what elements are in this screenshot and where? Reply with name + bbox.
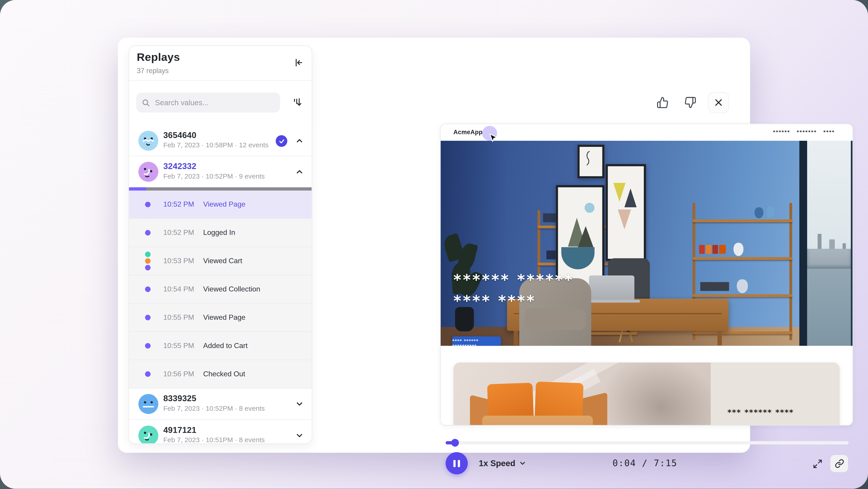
playback-scrubber[interactable] — [445, 441, 848, 444]
chevron-up-icon[interactable] — [295, 136, 304, 145]
session-row-3654640[interactable]: 3654640 Feb 7, 2023 · 10:58PM · 12 event… — [129, 126, 312, 156]
chevron-down-icon — [519, 459, 526, 467]
product-masked-text: *** ****** **** — [727, 408, 794, 416]
screen: Replays 37 replays — [0, 0, 868, 489]
session-id: 8339325 — [163, 394, 196, 403]
replayed-hero-image: ****** ********** **** **** ****** *****… — [440, 141, 853, 346]
event-row[interactable]: 10:53 PM Viewed Cart — [129, 247, 312, 276]
event-label: Viewed Collection — [203, 285, 260, 293]
event-time: 10:53 PM — [163, 257, 194, 265]
replay-viewport: AcmeApp ****** ******* **** — [440, 123, 853, 426]
sidebar-header: Replays 37 replays — [129, 46, 312, 81]
event-dot-group — [145, 304, 151, 331]
speed-label: 1x Speed — [479, 458, 515, 468]
time-separator: / — [642, 458, 648, 468]
event-row[interactable]: 10:52 PM Logged In — [129, 219, 312, 247]
thumbs-down-button[interactable] — [680, 92, 700, 112]
event-row[interactable]: 10:54 PM Viewed Collection — [129, 276, 312, 304]
copy-link-button[interactable] — [830, 455, 848, 472]
avatar — [138, 162, 158, 182]
pause-button[interactable] — [445, 452, 468, 474]
session-meta: Feb 7, 2023 · 10:52PM · 8 events — [163, 405, 265, 412]
face-icon — [138, 426, 158, 444]
time-current: 0:04 — [613, 458, 636, 468]
session-load-progress — [129, 188, 312, 191]
time-display: 0:04 / 7:15 — [572, 458, 718, 468]
search-input[interactable] — [154, 98, 267, 107]
session-row-8339325[interactable]: 8339325 Feb 7, 2023 · 10:52PM · 8 events — [129, 389, 312, 420]
replayed-nav-masked: ****** ******* **** — [773, 130, 835, 135]
pause-icon — [454, 460, 456, 467]
replayed-cta-button: **** ****** ********** — [452, 337, 501, 346]
event-row[interactable]: 10:52 PM Viewed Page — [129, 191, 312, 219]
replays-sidebar: Replays 37 replays — [128, 46, 312, 444]
replayed-site-header: AcmeApp ****** ******* **** — [440, 124, 852, 141]
replay-modal-window: Replays 37 replays — [118, 38, 750, 453]
collapse-sidebar-button[interactable] — [292, 56, 305, 69]
event-row[interactable]: 10:55 PM Viewed Page — [129, 304, 312, 332]
product-text-panel: *** ****** **** — [711, 363, 840, 426]
event-label: Logged In — [203, 228, 235, 237]
session-meta: Feb 7, 2023 · 10:51PM · 8 events — [163, 436, 265, 444]
event-time: 10:56 PM — [163, 370, 194, 378]
hero-masked-line1: ****** ****** — [454, 269, 574, 290]
event-dot-group — [145, 219, 151, 247]
search-icon — [142, 98, 150, 107]
event-dot-group — [145, 247, 151, 275]
session-list: 3654640 Feb 7, 2023 · 10:58PM · 12 event… — [129, 126, 312, 443]
scrubber-thumb[interactable] — [451, 439, 459, 447]
session-row-4917121[interactable]: 4917121 Feb 7, 2023 · 10:51PM · 8 events — [129, 420, 312, 444]
expand-icon — [813, 459, 823, 469]
event-time: 10:55 PM — [163, 313, 194, 321]
session-id: 3654640 — [163, 130, 196, 140]
chevron-down-icon[interactable] — [295, 400, 304, 408]
event-dot-group — [145, 191, 151, 218]
sort-button[interactable] — [290, 95, 305, 109]
event-time: 10:54 PM — [163, 285, 194, 293]
session-id: 4917121 — [163, 425, 196, 434]
player-top-actions — [653, 92, 729, 113]
close-button[interactable] — [708, 92, 729, 113]
replayed-site-brand: AcmeApp — [454, 128, 483, 135]
sort-descending-icon — [292, 96, 303, 108]
collapse-left-icon — [293, 58, 303, 68]
thumbs-down-icon — [684, 96, 696, 109]
event-time: 10:52 PM — [163, 228, 194, 237]
link-icon — [835, 459, 844, 468]
face-icon — [138, 394, 158, 414]
avatar — [138, 394, 158, 414]
session-row-3242332[interactable]: 3242332 Feb 7, 2023 · 10:52PM · 9 events — [129, 156, 312, 188]
event-label: Added to Cart — [203, 342, 248, 350]
cta-masked-label: **** ****** ********** — [452, 338, 501, 346]
event-label: Checked Out — [203, 370, 245, 378]
face-icon — [138, 131, 158, 151]
replay-count: 37 replays — [137, 67, 168, 75]
event-label: Viewed Cart — [203, 257, 242, 265]
page-title: Replays — [137, 51, 180, 64]
chevron-up-icon[interactable] — [295, 168, 304, 176]
event-dot-group — [145, 360, 151, 388]
event-time: 10:52 PM — [163, 200, 194, 208]
chevron-down-icon[interactable] — [295, 431, 304, 440]
face-icon — [138, 162, 158, 182]
thumbs-up-icon — [656, 96, 669, 109]
selected-check-badge — [276, 135, 287, 147]
close-icon — [714, 98, 723, 107]
session-meta: Feb 7, 2023 · 10:52PM · 9 events — [163, 172, 265, 180]
event-dot-group — [145, 332, 151, 359]
cursor-icon — [489, 134, 497, 143]
fullscreen-button[interactable] — [810, 457, 825, 471]
event-dot-group — [145, 276, 151, 303]
search-field[interactable] — [136, 92, 280, 112]
event-row[interactable]: 10:56 PM Checked Out — [129, 360, 312, 389]
sofa-photo — [454, 363, 711, 426]
session-meta: Feb 7, 2023 · 10:58PM · 12 events — [163, 141, 268, 149]
event-timeline: 10:52 PM Viewed Page 10:52 PM Logged In — [129, 191, 312, 388]
search-zone — [129, 80, 312, 127]
thumbs-up-button[interactable] — [653, 92, 673, 112]
avatar — [138, 131, 158, 151]
event-row[interactable]: 10:55 PM Added to Cart — [129, 332, 312, 360]
speed-selector[interactable]: 1x Speed — [479, 458, 526, 468]
hero-masked-line2: **** **** — [454, 290, 536, 311]
event-label: Viewed Page — [203, 200, 246, 208]
